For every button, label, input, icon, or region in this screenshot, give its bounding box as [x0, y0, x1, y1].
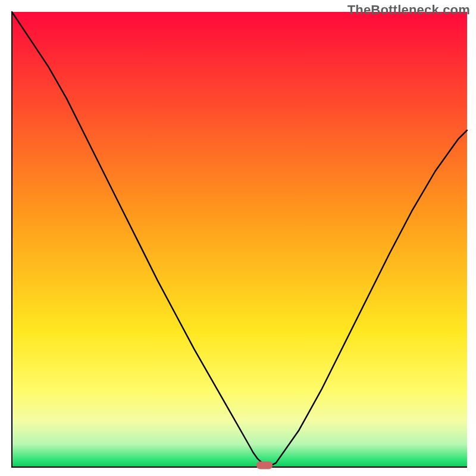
chart-background: [12, 12, 467, 467]
bottleneck-curve-chart: [0, 0, 476, 476]
watermark-text: TheBottleneck.com: [347, 2, 470, 18]
chart-container: TheBottleneck.com: [0, 0, 476, 476]
optimal-point-marker: [256, 461, 273, 469]
